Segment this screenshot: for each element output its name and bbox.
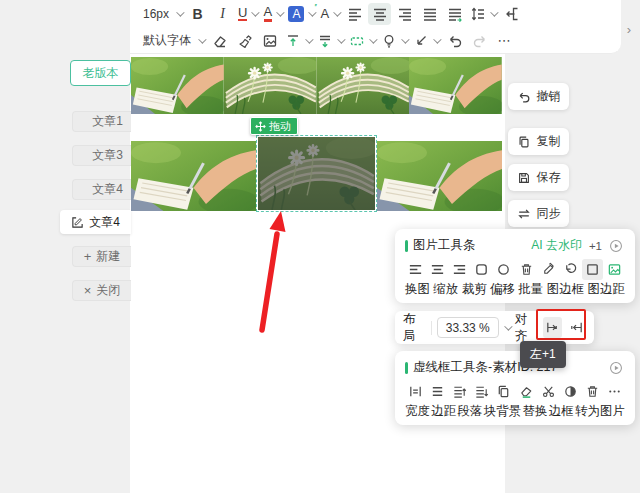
undo-action-button[interactable]: 撤销	[508, 83, 569, 110]
photo-writing-2[interactable]	[409, 57, 502, 114]
photo-daisy-book-2[interactable]	[317, 57, 410, 114]
width-percent-input[interactable]	[437, 317, 499, 338]
photo-writing-3[interactable]	[131, 141, 256, 211]
bold-button[interactable]: B	[186, 3, 209, 25]
chevron-down-icon	[305, 35, 313, 43]
dashed-box-button[interactable]	[347, 30, 377, 52]
scale-button[interactable]: 缩放	[433, 281, 458, 298]
underline-button[interactable]: U	[236, 3, 259, 25]
eyedropper-icon[interactable]	[538, 259, 559, 280]
chevron-down-icon	[369, 35, 377, 43]
play-circle-icon[interactable]	[609, 361, 623, 375]
contrast-icon[interactable]	[560, 381, 581, 402]
scissors-icon[interactable]	[538, 381, 559, 402]
drag-label: 拖动	[269, 119, 291, 134]
insert-left-button[interactable]	[500, 3, 523, 25]
circle-icon[interactable]	[493, 259, 514, 280]
close-button[interactable]: × 关闭	[72, 280, 131, 301]
batch-button[interactable]: 批量	[518, 281, 543, 298]
width-icon[interactable]	[405, 381, 426, 402]
align-lines-center-icon[interactable]	[427, 259, 448, 280]
paragraph-button[interactable]: 段落	[458, 403, 483, 420]
sidebar-tab-article3[interactable]: 文章3	[72, 145, 131, 166]
indent-up-icon[interactable]	[449, 381, 470, 402]
highlight-tool-button[interactable]	[379, 30, 409, 52]
save-action-button[interactable]: 保存	[508, 164, 569, 191]
divider	[431, 321, 432, 335]
copy-icon[interactable]	[493, 381, 514, 402]
align-left-plus-button[interactable]	[543, 317, 562, 338]
eraser-teal-icon[interactable]	[516, 381, 537, 402]
green-accent-bar	[405, 362, 408, 374]
rounded-rect-icon[interactable]	[471, 259, 492, 280]
selected-image[interactable]	[256, 135, 377, 212]
resize-arrow-button[interactable]	[411, 30, 441, 52]
width-button[interactable]: 宽度	[405, 403, 430, 420]
rotate-left-icon[interactable]	[560, 259, 581, 280]
image-margin-button[interactable]: 图边距	[587, 281, 625, 298]
replace-button[interactable]: 替换	[523, 403, 548, 420]
paragraph-spacing-button[interactable]	[315, 30, 345, 52]
align-right-button[interactable]	[393, 3, 416, 25]
font-size-select[interactable]: 16px	[138, 3, 184, 25]
icon-svg	[496, 262, 511, 277]
collapse-toolbar-chevron[interactable]: ›	[622, 20, 636, 38]
border-square-icon[interactable]	[582, 259, 603, 280]
bulb-icon	[381, 33, 397, 49]
line-height-button[interactable]	[468, 3, 498, 25]
offset-button[interactable]: 偏移	[490, 281, 515, 298]
border-button[interactable]: 边框	[549, 403, 574, 420]
highlight-color-button[interactable]: A	[286, 3, 316, 25]
icon-svg	[452, 384, 467, 399]
new-article-button[interactable]: + 新建	[72, 246, 131, 267]
toolbar-row-1: 16px B I U A A ′′A	[130, 0, 621, 27]
more-button[interactable]: ⋯	[493, 30, 516, 52]
format-painter-button[interactable]	[233, 30, 256, 52]
change-image-button[interactable]: 换图	[405, 281, 430, 298]
indent-button[interactable]	[443, 3, 466, 25]
font-family-select[interactable]: 默认字体	[138, 30, 206, 52]
photo-daisy-book-1[interactable]	[224, 57, 317, 114]
trash-icon[interactable]	[582, 381, 603, 402]
copy-action-button[interactable]: 复制	[508, 128, 569, 155]
layout-bar: 布局 对齐	[395, 311, 594, 344]
redo-button[interactable]	[468, 30, 491, 52]
align-left-button[interactable]	[343, 3, 366, 25]
align-center-button[interactable]	[368, 3, 391, 25]
crop-button[interactable]: 裁剪	[462, 281, 487, 298]
ai-watermark-remove-link[interactable]: AI 去水印	[531, 237, 582, 254]
photo-writing-1[interactable]	[131, 57, 224, 114]
valign-top-button[interactable]	[283, 30, 313, 52]
dashed-box-toolbar-panel: 虚线框工具条-素材ID: 217 宽度 边距 段落 块背景 替换 边框 转为图片	[395, 351, 635, 425]
undo-button[interactable]	[443, 30, 466, 52]
indent-down-icon[interactable]	[471, 381, 492, 402]
margin-button[interactable]: 边距	[431, 403, 456, 420]
more-icon[interactable]	[604, 381, 625, 402]
sidebar-tab-article1[interactable]: 文章1	[72, 111, 131, 132]
trash-icon[interactable]	[516, 259, 537, 280]
sync-action-button[interactable]: 同步	[508, 200, 569, 227]
align-right-icon	[397, 6, 413, 22]
photo-writing-4[interactable]	[377, 141, 502, 211]
sidebar-tab-article4-active[interactable]: 文章4	[60, 210, 131, 234]
chevron-down-icon[interactable]	[504, 322, 512, 330]
letter-spacing-button[interactable]: ′′A	[318, 3, 341, 25]
convert-to-image-button[interactable]: 转为图片	[575, 403, 625, 420]
italic-button[interactable]: I	[211, 3, 234, 25]
font-color-button[interactable]: A	[261, 3, 284, 25]
image-toolbar-icons	[395, 256, 635, 280]
old-version-button[interactable]: 老版本	[70, 60, 131, 86]
margin-icon[interactable]	[427, 381, 448, 402]
align-lines-right-icon[interactable]	[449, 259, 470, 280]
sidebar-tab-article4[interactable]: 文章4	[72, 179, 131, 200]
play-circle-icon[interactable]	[609, 239, 623, 253]
image-green-icon[interactable]	[604, 259, 625, 280]
image-border-button[interactable]: 图边框	[547, 281, 585, 298]
block-background-button[interactable]: 块背景	[484, 403, 522, 420]
align-lines-left-icon[interactable]	[405, 259, 426, 280]
insert-image-button[interactable]	[258, 30, 281, 52]
format-clear-button[interactable]	[208, 30, 231, 52]
drag-handle-badge[interactable]: 拖动	[250, 117, 298, 135]
align-justify-button[interactable]	[418, 3, 441, 25]
align-right-plus-button[interactable]	[567, 317, 586, 338]
